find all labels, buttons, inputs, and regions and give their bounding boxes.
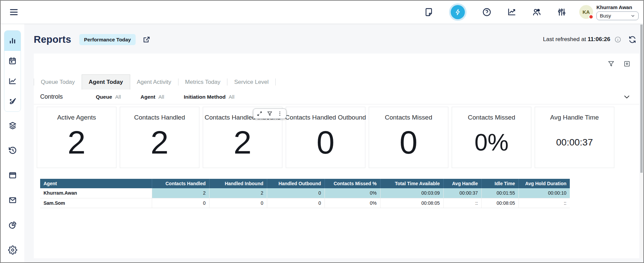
- kpi-cards: Active Agents 2 Contacts Handled 2 Conta…: [34, 107, 639, 168]
- panel-tools: [608, 60, 631, 67]
- avatar-initials: KA: [583, 9, 590, 15]
- menu-icon[interactable]: [9, 7, 19, 17]
- bar-chart-icon: [8, 36, 17, 45]
- controls-label: Controls: [40, 93, 63, 100]
- tab-agent-activity[interactable]: Agent Activity: [130, 74, 178, 90]
- column-header[interactable]: Agent: [40, 179, 152, 188]
- controls-collapse-chevron-icon[interactable]: [623, 93, 631, 101]
- kpi-card-contacts-handled-inbound[interactable]: Contacts Handled Inbound 2: [203, 107, 282, 168]
- column-header[interactable]: Handled Outbound: [267, 179, 325, 188]
- tab-metrics-today[interactable]: Metrics Today: [178, 74, 227, 90]
- user-name: Khurram Awan: [596, 4, 639, 10]
- topbar: KA Khurram Awan Busy: [1, 1, 643, 24]
- metrics-icon[interactable]: [507, 7, 516, 17]
- page-header: Reports Performance Today Last refreshed…: [34, 32, 639, 47]
- line-chart-icon: [8, 77, 17, 86]
- kpi-card-contacts-handled[interactable]: Contacts Handled 2: [120, 107, 199, 168]
- filter-queue[interactable]: Queue All: [96, 94, 121, 100]
- status-value: Busy: [600, 13, 611, 19]
- user-cluster: KA Khurram Awan Busy: [579, 4, 639, 20]
- report-tabs: Queue Today Agent Today Agent Activity M…: [34, 74, 639, 90]
- content-area: Reports Performance Today Last refreshed…: [24, 24, 643, 262]
- tab-service-level[interactable]: Service Level: [227, 74, 275, 90]
- tab-divider: [275, 78, 276, 86]
- table-row[interactable]: Khurram.Awan 2 2 0 0% 00:03:09 00:00:37 …: [40, 188, 570, 198]
- external-link-icon[interactable]: [142, 35, 151, 44]
- topbar-actions: KA Khurram Awan Busy: [424, 3, 639, 21]
- column-header[interactable]: Contacts Handled: [152, 179, 209, 188]
- tab-agent-today[interactable]: Agent Today: [82, 74, 130, 90]
- filter-initiation-method[interactable]: Initiation Method All: [184, 94, 234, 100]
- kpi-card-contacts-missed-pct[interactable]: Contacts Missed 0%: [452, 107, 531, 168]
- column-header[interactable]: Avg Handle: [443, 179, 481, 188]
- kpi-card-contacts-missed[interactable]: Contacts Missed 0: [369, 107, 448, 168]
- mail-icon[interactable]: [8, 196, 17, 205]
- sidebar-item-calendar[interactable]: [4, 51, 21, 71]
- contacts-icon[interactable]: [532, 7, 541, 17]
- last-refreshed-text: Last refreshed at 11:06:26: [543, 36, 610, 43]
- filter-agent[interactable]: Agent All: [141, 94, 164, 100]
- table-row[interactable]: Sam.Som 0 0 0 0% 00:08:05 :: 00:08:05 ::: [40, 198, 570, 208]
- page-title: Reports: [34, 34, 71, 45]
- refresh-icon[interactable]: [628, 35, 637, 44]
- kebab-menu-icon[interactable]: [277, 111, 283, 117]
- sidebar-item-line-chart[interactable]: [4, 71, 21, 91]
- calendar-icon: [8, 57, 17, 65]
- agent-name-cell: Sam.Som: [40, 198, 152, 208]
- expand-icon[interactable]: [257, 111, 262, 117]
- sidebar: [1, 24, 24, 262]
- column-header[interactable]: Contacts Missed %: [325, 179, 380, 188]
- column-header[interactable]: Handled Inbound: [209, 179, 267, 188]
- app-window: KA Khurram Awan Busy: [0, 0, 644, 263]
- refresh-area: Last refreshed at 11:06:26: [543, 35, 639, 44]
- table-header-row: Agent Contacts Handled Handled Inbound H…: [40, 179, 570, 188]
- chevron-down-icon: [631, 13, 635, 18]
- help-icon[interactable]: [482, 7, 492, 17]
- window-icon[interactable]: [8, 171, 17, 180]
- brush-icon: [8, 97, 17, 106]
- vertical-scrollbar[interactable]: [640, 25, 643, 258]
- layers-icon[interactable]: [8, 121, 17, 130]
- status-select[interactable]: Busy: [596, 11, 639, 20]
- scrollbar-thumb[interactable]: [640, 25, 643, 173]
- kpi-card-contacts-handled-outbound[interactable]: Contacts Handled Outbound 0: [286, 107, 365, 168]
- card-hover-toolbar: [253, 108, 286, 119]
- column-header[interactable]: Total Time Available: [380, 179, 443, 188]
- filter-icon[interactable]: [608, 60, 615, 67]
- agent-table: Agent Contacts Handled Handled Inbound H…: [40, 179, 570, 208]
- column-header[interactable]: Avg Hold Duration: [519, 179, 570, 188]
- pie-chart-icon[interactable]: [8, 221, 17, 230]
- kpi-card-active-agents[interactable]: Active Agents 2: [37, 107, 116, 168]
- column-header[interactable]: Idle Time: [481, 179, 519, 188]
- sidebar-lower: [8, 112, 17, 255]
- status-dot: [589, 14, 593, 19]
- download-icon[interactable]: [623, 60, 631, 67]
- history-icon[interactable]: [8, 146, 17, 155]
- avatar[interactable]: KA: [579, 5, 593, 19]
- lightning-circle: [451, 5, 465, 19]
- gear-icon[interactable]: [8, 245, 17, 255]
- sidebar-item-bar-chart[interactable]: [4, 31, 21, 51]
- lightning-icon[interactable]: [449, 3, 467, 21]
- tab-queue-today[interactable]: Queue Today: [34, 74, 82, 90]
- controls-bar: Controls Queue All Agent All Initiation …: [34, 90, 639, 104]
- info-icon[interactable]: [614, 36, 621, 43]
- last-refreshed-time: 11:06:26: [588, 36, 610, 42]
- report-badge[interactable]: Performance Today: [79, 34, 136, 45]
- kpi-card-avg-handle-time[interactable]: Avg Handle Time 00:00:37: [535, 107, 614, 168]
- sliders-icon[interactable]: [557, 7, 566, 17]
- filter-icon[interactable]: [267, 111, 273, 117]
- report-panel: Queue Today Agent Today Agent Activity M…: [34, 54, 639, 258]
- sidebar-item-customize[interactable]: [4, 91, 21, 111]
- agent-name-cell: Khurram.Awan: [40, 188, 152, 198]
- notes-icon[interactable]: [424, 7, 433, 17]
- sidebar-group: [4, 30, 21, 112]
